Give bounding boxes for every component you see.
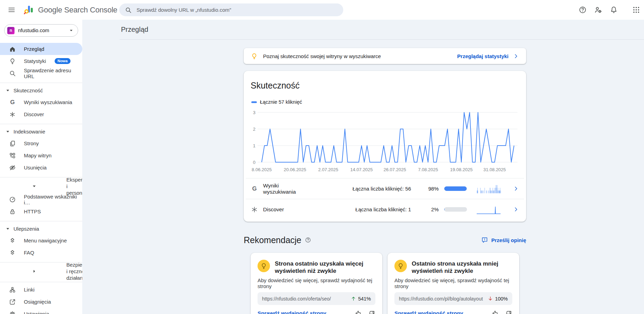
url-inspection-search[interactable] bbox=[119, 3, 343, 16]
sidebar-section-eksperymenty-i-personalizacja[interactable]: Eksperymenty i personalizacja bbox=[0, 179, 82, 193]
caret-right-icon bbox=[4, 268, 64, 275]
sidebar-item-podstawowe-wskaźniki-i[interactable]: Podstawowe wskaźniki i… bbox=[0, 193, 82, 205]
sidebar-section-indeksowanie[interactable]: Indeksowanie bbox=[0, 126, 82, 137]
external-icon bbox=[9, 298, 16, 305]
gsc-logo-icon bbox=[24, 5, 35, 15]
sidebar-item-label: Sprawdzenie adresu URL bbox=[24, 67, 82, 79]
change-percent: 100% bbox=[495, 296, 508, 302]
sidebar-item-label: Linki bbox=[24, 287, 35, 293]
help-icon bbox=[579, 6, 587, 14]
sidebar-item-label: Ustawienia bbox=[24, 311, 49, 314]
send-feedback-link[interactable]: Prześlij opinię bbox=[481, 237, 526, 243]
sidebar-item-sprawdzenie-adresu-url[interactable]: Sprawdzenie adresu URL bbox=[0, 67, 82, 79]
sidebar-item-linki[interactable]: Linki bbox=[0, 284, 82, 296]
help-button[interactable] bbox=[575, 2, 590, 17]
section-label: Skuteczność bbox=[13, 87, 43, 93]
layers-icon bbox=[9, 237, 16, 244]
sidebar-item-label: Discover bbox=[24, 111, 44, 117]
sidebar-divider bbox=[0, 282, 82, 282]
sidebar-item-label: Wyniki wyszukiwania bbox=[24, 99, 72, 105]
report-row-label: Discover bbox=[263, 206, 307, 213]
arrow-up-icon bbox=[351, 296, 356, 302]
sidebar-item-wyniki-wyszukiwania[interactable]: GWyniki wyszukiwania bbox=[0, 96, 82, 108]
change-percent: 541% bbox=[358, 296, 371, 302]
svg-text:0: 0 bbox=[253, 160, 255, 165]
menu-button[interactable] bbox=[4, 3, 19, 17]
sidebar-section-ulepszenia[interactable]: Ulepszenia bbox=[0, 223, 82, 234]
sidebar-item-menu-nawigacyjne[interactable]: Menu nawigacyjne bbox=[0, 234, 82, 247]
eye-off-icon bbox=[9, 164, 16, 171]
sidebar-item-faq[interactable]: FAQ bbox=[0, 247, 82, 259]
recommendations-header: Rekomendacje Prześlij opinię bbox=[244, 235, 526, 245]
sidebar-item-statystyki[interactable]: StatystykiNowa bbox=[0, 55, 82, 67]
lightbulb-icon bbox=[9, 58, 16, 65]
clicks-line-chart: 01238.06.202520.06.20252.07.202514.07.20… bbox=[247, 107, 524, 175]
property-favicon: n bbox=[7, 27, 15, 34]
share-bar bbox=[444, 207, 467, 212]
sidebar-item-https[interactable]: HTTPS bbox=[0, 205, 82, 218]
sidebar-item-strony[interactable]: Strony bbox=[0, 137, 82, 149]
search-icon bbox=[9, 70, 16, 77]
recommendation-cards: Strona ostatnio uzyskała więcej wyświetl… bbox=[251, 253, 519, 314]
bell-icon bbox=[610, 6, 618, 14]
share-percent: 2% bbox=[411, 206, 439, 212]
sidebar-section-skuteczność[interactable]: Skuteczność bbox=[0, 84, 82, 96]
insights-banner: Poznaj skuteczność swojej witryny w wysz… bbox=[244, 48, 526, 64]
svg-text:2: 2 bbox=[253, 127, 255, 132]
share-bar bbox=[444, 186, 467, 191]
send-feedback-label: Prześlij opinię bbox=[491, 237, 526, 243]
page-url-chip: https://nfustudio.com/pl/blog/autolayout… bbox=[394, 292, 512, 305]
notifications-button[interactable] bbox=[606, 2, 621, 17]
caret-down-icon bbox=[4, 225, 11, 232]
feedback-thumbs bbox=[355, 310, 375, 314]
thumb-up-icon[interactable] bbox=[355, 310, 362, 314]
lock-icon bbox=[9, 208, 16, 215]
thumb-down-icon[interactable] bbox=[368, 310, 375, 314]
sidebar-item-usunięcia[interactable]: Usunięcia bbox=[0, 161, 82, 174]
speedometer-icon bbox=[9, 196, 16, 203]
sidebar-item-osiągnięcia[interactable]: Osiągnięcia bbox=[0, 296, 82, 308]
gsc-app: Google Search Console n nfustudio.com Pr… bbox=[0, 0, 644, 314]
sidebar-item-ustawienia[interactable]: Ustawienia bbox=[0, 308, 82, 314]
performance-card: Skuteczność Łącznie 57 kliknięć 01238.06… bbox=[244, 71, 526, 222]
sidebar-item-przegląd[interactable]: Przegląd bbox=[0, 43, 82, 55]
section-label: Eksperymenty i personalizacja bbox=[66, 176, 82, 196]
total-clicks-metric: Łączna liczba kliknięć: 56 bbox=[307, 186, 411, 192]
chevron-down-icon bbox=[68, 27, 74, 34]
page-url-chip: https://nfustudio.com/oferta/seo/ 541% bbox=[258, 292, 375, 305]
home-icon bbox=[9, 46, 16, 53]
report-row-wyniki-wyszukiwania[interactable]: G Wyniki wyszukiwania Łączna liczba klik… bbox=[246, 178, 524, 199]
sidebar: n nfustudio.com PrzeglądStatystykiNowaSp… bbox=[0, 20, 82, 314]
check-performance-link[interactable]: Sprawdź wydajność strony bbox=[258, 310, 326, 314]
apps-grid-icon bbox=[632, 6, 640, 14]
account-settings-button[interactable] bbox=[591, 2, 605, 17]
view-insights-link[interactable]: Przeglądaj statystyki bbox=[457, 53, 519, 59]
recommendation-card: Strona ostatnio uzyskała więcej wyświetl… bbox=[251, 253, 382, 314]
page-url: https://nfustudio.com/oferta/seo/ bbox=[262, 296, 348, 302]
view-insights-label: Przeglądaj statystyki bbox=[457, 53, 508, 59]
sidebar-item-discover[interactable]: Discover bbox=[0, 108, 82, 120]
sidebar-item-mapy-witryn[interactable]: Mapy witryn bbox=[0, 149, 82, 161]
svg-text:31.08.2025: 31.08.2025 bbox=[483, 167, 506, 172]
search-input[interactable] bbox=[136, 7, 338, 13]
banner-text: Poznaj skuteczność swojej witryny w wysz… bbox=[263, 53, 452, 59]
share-percent: 98% bbox=[411, 186, 439, 192]
recommendation-card: Ostatnio strona uzyskała mniej wyświetle… bbox=[388, 253, 519, 314]
chevron-right-icon bbox=[513, 185, 519, 192]
asterisk-icon bbox=[9, 111, 16, 118]
recommendations-title: Rekomendacje bbox=[244, 235, 301, 245]
sidebar-item-label: Usunięcia bbox=[24, 165, 47, 170]
report-row-discover[interactable]: Discover Łączna liczba kliknięć: 1 2% bbox=[246, 199, 524, 220]
help-icon[interactable] bbox=[305, 237, 311, 243]
pages-icon bbox=[9, 140, 16, 147]
svg-text:14.07.2025: 14.07.2025 bbox=[350, 167, 373, 172]
google-apps-button[interactable] bbox=[629, 2, 643, 17]
property-selector[interactable]: n nfustudio.com bbox=[4, 24, 78, 37]
thumb-down-icon[interactable] bbox=[505, 310, 512, 314]
svg-text:1: 1 bbox=[253, 143, 255, 148]
menu-icon bbox=[8, 6, 16, 14]
check-performance-link[interactable]: Sprawdź wydajność strony bbox=[394, 310, 463, 314]
thumb-up-icon[interactable] bbox=[492, 310, 498, 314]
sidebar-item-label: FAQ bbox=[24, 250, 34, 256]
sidebar-section-bezpieczeństwo-i-ręczne-działania[interactable]: Bezpieczeństwo i ręczne działania bbox=[0, 264, 82, 278]
